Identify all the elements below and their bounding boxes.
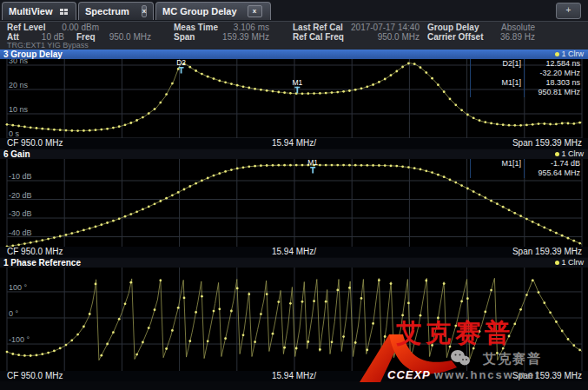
last-ref-cal-value: 2017-07-17 14:40 [347, 23, 420, 32]
window-gain: 6 Gain 1 Clrw -10 dB-20 dB-30 dB-40 dBM1… [0, 149, 588, 257]
window-phase-titlebar[interactable]: 1 Phase Reference 1 Clrw [0, 258, 588, 268]
window-group-delay: 3 Group Delay 1 Clrw 30 ns20 ns10 ns0 sD… [0, 50, 588, 149]
svg-text:100 °: 100 ° [9, 283, 28, 292]
ref-level-label: Ref Level [7, 23, 50, 32]
span-value: 159.39 MHz [221, 32, 269, 42]
tab-spectrum-close-icon[interactable]: x [142, 5, 147, 17]
span-footer-label: Span 159.39 MHz [512, 138, 582, 149]
gain-plot[interactable]: -10 dB-20 dB-30 dB-40 dBM1 M1[1]-1.74 dB… [0, 159, 588, 247]
svg-text:20 ns: 20 ns [9, 81, 29, 89]
multiview-grid-icon [60, 9, 68, 15]
window-phase-reference: 1 Phase Reference 1 Clrw 100 °0 °-100 ° … [0, 258, 588, 381]
span-label: Span [174, 32, 221, 42]
svg-text:M1: M1 [307, 159, 318, 167]
trigger-status: TRG:EXT1 YIG Bypass [7, 42, 89, 50]
group-delay-mode-label: Group Delay [427, 23, 488, 32]
svg-text:-40 dB: -40 dB [9, 228, 32, 237]
group-delay-plot[interactable]: 30 ns20 ns10 ns0 sD2M1 D2[1]12.584 ns -3… [0, 59, 588, 138]
carrier-offset-label: Carrier Offset [427, 32, 488, 42]
scale-per-div-label: 15.94 MHz/ [0, 247, 588, 257]
scale-per-div-label: 15.94 MHz/ [0, 138, 588, 149]
gain-marker-table: M1[1]-1.74 dB 955.64 MHz [470, 159, 582, 178]
tab-multiview-label: MultiView [9, 6, 53, 17]
trace1-color-dot-icon [555, 52, 559, 56]
group-delay-marker-table: D2[1]12.584 ns -32.20 MHz M1[1]18.303 ns… [470, 59, 582, 97]
header-col-gd: Group Delay Absolute Carrier Offset 36.8… [427, 23, 535, 42]
new-channel-button[interactable]: + [556, 3, 581, 19]
group-delay-mode-value: Absolute [488, 23, 535, 32]
phase-axis-bar: CF 950.0 MHz 15.94 MHz/ Span 159.39 MHz [0, 371, 588, 381]
svg-text:10 ns: 10 ns [9, 105, 29, 114]
header-col-refcal: Last Ref Cal 2017-07-17 14:40 Ref Cal Fr… [293, 23, 420, 42]
span-footer-label: Span 159.39 MHz [512, 371, 582, 381]
svg-text:-100 °: -100 ° [9, 335, 30, 344]
tab-mc-group-delay-label: MC Group Delay [162, 6, 237, 17]
trace1-color-dot-icon [555, 261, 559, 265]
phase-plot[interactable]: 100 °0 °-100 ° [0, 268, 588, 371]
tab-mc-group-delay-close-icon[interactable]: x [248, 5, 262, 17]
tab-multiview[interactable]: MultiView [2, 2, 76, 20]
window-phase-title: 1 Phase Reference [3, 258, 81, 268]
window-gain-title: 6 Gain [3, 149, 30, 159]
trace-legend: 1 Clrw [555, 149, 584, 159]
scale-per-div-label: 15.94 MHz/ [0, 371, 588, 381]
ref-cal-freq-label: Ref Cal Freq [293, 32, 347, 42]
phase-trace: 100 °0 °-100 ° [0, 268, 588, 371]
meas-time-value: 3.106 ms [221, 23, 269, 32]
svg-text:-30 dB: -30 dB [9, 209, 32, 218]
ref-cal-freq-value: 950.0 MHz [347, 32, 420, 42]
svg-text:-10 dB: -10 dB [9, 172, 32, 181]
last-ref-cal-label: Last Ref Cal [293, 23, 347, 32]
svg-text:0 °: 0 ° [9, 309, 19, 318]
trace-legend: 1 Clrw [555, 258, 584, 268]
header-col-meas: Meas Time 3.106 ms Span 159.39 MHz [174, 23, 269, 42]
channel-tab-bar: MultiView Spectrum x MC Group Delay x + [0, 0, 588, 22]
svg-text:-20 dB: -20 dB [9, 191, 32, 200]
analyzer-app: MultiView Spectrum x MC Group Delay x + … [0, 0, 588, 390]
channel-info-bar[interactable]: Ref Level 0.00 dBm Att 10 dB Freq 950.0 … [0, 22, 588, 50]
svg-text:M1: M1 [292, 78, 302, 87]
ref-level-value: 0.00 dBm [50, 23, 99, 32]
tab-spectrum-label: Spectrum [85, 6, 129, 17]
trace1-color-dot-icon [555, 152, 559, 156]
tab-mc-group-delay[interactable]: MC Group Delay x [155, 2, 271, 20]
tab-spectrum[interactable]: Spectrum x [78, 2, 154, 20]
freq-value: 950.0 MHz [101, 32, 151, 42]
gain-axis-bar: CF 950.0 MHz 15.94 MHz/ Span 159.39 MHz [0, 247, 588, 257]
svg-text:D2: D2 [176, 59, 186, 67]
svg-text:0 s: 0 s [9, 129, 20, 138]
svg-text:30 ns: 30 ns [9, 59, 29, 65]
trace-legend: 1 Clrw [555, 50, 584, 59]
header-col-level: Ref Level 0.00 dBm Att 10 dB Freq 950.0 … [7, 23, 151, 42]
carrier-offset-value: 36.89 Hz [488, 32, 535, 42]
group-delay-axis-bar: CF 950.0 MHz 15.94 MHz/ Span 159.39 MHz [0, 138, 588, 149]
meas-time-label: Meas Time [174, 23, 221, 32]
window-group-delay-title: 3 Group Delay [3, 50, 63, 59]
span-footer-label: Span 159.39 MHz [512, 247, 582, 257]
window-group-delay-titlebar[interactable]: 3 Group Delay 1 Clrw [0, 50, 588, 59]
window-gain-titlebar[interactable]: 6 Gain 1 Clrw [0, 149, 588, 159]
